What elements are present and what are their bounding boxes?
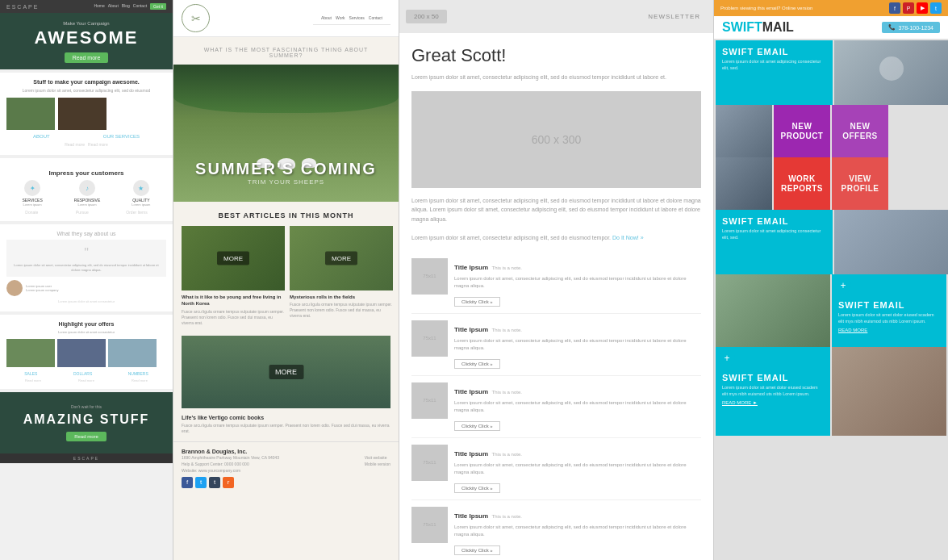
panel1-escape: ESCAPE Home About Blog Contact Get it Ma… bbox=[0, 0, 173, 560]
nav-item[interactable]: About bbox=[108, 3, 119, 10]
rss-icon[interactable]: r bbox=[223, 477, 234, 488]
article2-more[interactable]: MORE bbox=[325, 252, 357, 265]
responsive-item: ♪ RESPONSIVE Lorem ipsum bbox=[74, 180, 101, 207]
rider-img-cell bbox=[716, 157, 772, 210]
item4-btn[interactable]: Clickity Click bbox=[454, 483, 500, 493]
top-fb-icon[interactable]: f bbox=[889, 2, 900, 14]
p3-main-content: Great Scott! Lorem ipsum dolor sit amet,… bbox=[399, 33, 713, 560]
numbers-link[interactable]: NUMBERS bbox=[128, 371, 148, 376]
quote-mark: " bbox=[10, 244, 162, 263]
nav-services[interactable]: Services bbox=[349, 15, 365, 20]
work-reports-cell[interactable]: WORKREPORTS bbox=[774, 157, 830, 210]
user-avatar bbox=[6, 280, 23, 296]
view-profile-cell[interactable]: VIEWPROFILE bbox=[832, 157, 888, 210]
p4-section1: SWIFT EMAIL Lorem ipsum dolor sit amet a… bbox=[714, 39, 948, 105]
p4-section2b: WORKREPORTS VIEWPROFILE bbox=[714, 157, 948, 210]
p4-section4: + SWIFT EMAIL Lorem ipsum dolor sit amet… bbox=[714, 274, 948, 347]
nav-about[interactable]: About bbox=[321, 15, 332, 20]
group-bg bbox=[832, 347, 946, 436]
p2-navbar: ✂ About Work Services Contact bbox=[173, 0, 399, 37]
swift-logo: SWIFTMAIL bbox=[722, 20, 794, 35]
p2-large-img: MORE bbox=[182, 336, 390, 408]
about-link[interactable]: ABOUT bbox=[33, 134, 50, 139]
quality-item: ★ QUALITY Lorem ipsum bbox=[132, 180, 150, 207]
item4-title: Title Ipsum bbox=[454, 450, 488, 458]
hl-read-more: Read moreRead moreRead more bbox=[6, 378, 166, 382]
item1-body: Title Ipsum This is a note. Lorem ipsum … bbox=[454, 258, 701, 307]
top-pi-icon[interactable]: P bbox=[903, 2, 914, 14]
hl-thumb-3 bbox=[108, 339, 157, 367]
tumblr-icon[interactable]: t bbox=[209, 477, 220, 488]
dollars-link[interactable]: DOLLARS bbox=[73, 371, 92, 376]
item5-thumb: 75x11 bbox=[411, 507, 448, 543]
top-yt-icon[interactable]: ▶ bbox=[917, 2, 928, 14]
nav-contact[interactable]: Contact bbox=[369, 15, 382, 20]
visit-website[interactable]: Visit website bbox=[365, 454, 390, 461]
footer-more1: Donate bbox=[25, 210, 38, 215]
swift-title-3: SWIFT EMAIL bbox=[838, 300, 940, 310]
company-address: 1690 Amphitheatre Parkway Mountain View,… bbox=[182, 454, 279, 461]
p3-topbar: 200 x 50 NEWSLETTER bbox=[399, 0, 713, 33]
company-help: Help & Support Center: 0000 000 000 bbox=[182, 461, 279, 467]
article1-img: MORE bbox=[182, 226, 285, 290]
services-desc: Lorem ipsum bbox=[23, 203, 43, 207]
plus-circle-4: + bbox=[719, 350, 735, 370]
p2-trees bbox=[173, 65, 399, 113]
make-campaign-label: Make Your Campaign bbox=[4, 21, 169, 26]
footer-more2: Pursue bbox=[76, 210, 89, 215]
stuff-title: Stuff to make your campaign awesome. bbox=[6, 79, 166, 85]
mobile-version[interactable]: Mobile version bbox=[365, 461, 390, 467]
article1-text: What is it like to be young and free liv… bbox=[182, 290, 285, 329]
facebook-icon[interactable]: f bbox=[182, 477, 193, 488]
stuff-lorem: Lorem ipsum dolor sit amet, consectetur … bbox=[6, 88, 166, 94]
sales-link[interactable]: SALES bbox=[24, 371, 37, 376]
nav-item[interactable]: Contact bbox=[133, 3, 147, 10]
item1-thumb: 75x11 bbox=[411, 258, 448, 295]
item1-title: Title Ipsum bbox=[454, 264, 488, 271]
services-link[interactable]: OUR SERVICES bbox=[103, 134, 140, 139]
p3-title: Great Scott! bbox=[411, 45, 701, 66]
phone-btn[interactable]: 📞 378-100-1234 bbox=[882, 22, 940, 33]
nav-item[interactable]: Home bbox=[94, 3, 104, 10]
impress-title: Impress your customers bbox=[6, 169, 166, 177]
item5-text: Lorem ipsum dolor sit amet, consectetur … bbox=[454, 524, 701, 538]
p2-large-more[interactable]: MORE bbox=[269, 365, 303, 379]
walk-img-cell bbox=[716, 274, 830, 347]
twitter-icon[interactable]: t bbox=[195, 477, 207, 488]
item5-btn[interactable]: Clickity Click bbox=[454, 545, 500, 555]
sky-bg bbox=[834, 210, 948, 274]
nav-btn[interactable]: Get it bbox=[150, 3, 166, 10]
article1-more[interactable]: MORE bbox=[217, 252, 249, 265]
swift-title-1: SWIFT EMAIL bbox=[722, 47, 826, 56]
item4-body: Title Ipsum This is a note. Lorem ipsum … bbox=[454, 445, 701, 493]
new-offers-cell[interactable]: NEWOFFERS bbox=[832, 105, 888, 157]
read-more-3[interactable]: READ MORE bbox=[838, 328, 940, 332]
amazing-btn[interactable]: Read more bbox=[66, 432, 106, 441]
p3-item-1: 75x11 Title Ipsum This is a note. Lorem … bbox=[411, 252, 701, 314]
item2-btn[interactable]: Clickity Click bbox=[454, 359, 500, 369]
top-tw-icon[interactable]: t bbox=[930, 2, 942, 14]
plus-circle-3: + bbox=[835, 278, 851, 297]
p4-section2: NEWPRODUCT NEWOFFERS bbox=[714, 105, 948, 157]
read-more-4[interactable]: READ MORE ► bbox=[722, 400, 824, 405]
escape-logo: ESCAPE bbox=[6, 4, 39, 10]
article2: MORE Mysterious rolls in the fields Fusc… bbox=[290, 226, 393, 329]
swift-title-4: SWIFT EMAIL bbox=[722, 373, 824, 382]
company-name: Brannon & Douglas, Inc. bbox=[182, 449, 390, 454]
plus-icon-3: + bbox=[835, 278, 851, 294]
new-product-cell[interactable]: NEWPRODUCT bbox=[774, 105, 830, 157]
p3-intro: Lorem ipsum dolor sit amet, consectetur … bbox=[411, 73, 701, 81]
do-it-now-link[interactable]: Do It Now! » bbox=[612, 235, 644, 240]
item3-title: Title Ipsum bbox=[454, 388, 488, 395]
hero-cta-btn[interactable]: Read more bbox=[65, 52, 109, 63]
p2-large-title: Life's like Vertigo comic books bbox=[173, 415, 399, 420]
footer-escape-label: ESCAPE bbox=[73, 456, 99, 461]
item3-btn[interactable]: Clickity Click bbox=[454, 421, 500, 431]
p2-nav-links: About Work Services Contact bbox=[313, 11, 390, 25]
item1-btn[interactable]: Clickity Click bbox=[454, 297, 500, 307]
p3-body: Lorem ipsum dolor sit amet, consectetur … bbox=[411, 196, 701, 224]
nav-work[interactable]: Work bbox=[336, 15, 345, 20]
nav-item[interactable]: Blog bbox=[122, 3, 130, 10]
phone-number: 378-100-1234 bbox=[898, 25, 933, 31]
swift-text: SWIFT bbox=[722, 20, 762, 34]
